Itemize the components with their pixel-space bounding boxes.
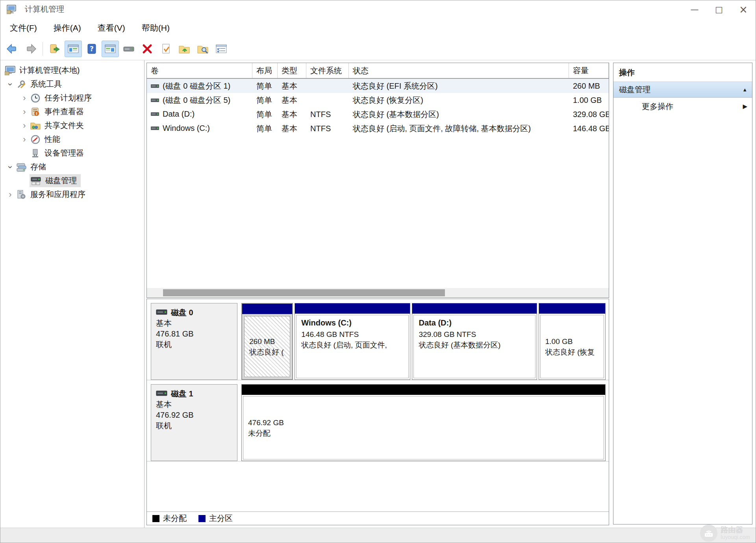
back-icon[interactable] <box>4 41 21 57</box>
tree-item-device-manager[interactable]: › 设备管理器 <box>0 146 144 160</box>
menu-file[interactable]: 文件(F) <box>4 20 43 36</box>
partition-color-bar <box>295 303 410 314</box>
tree-label: 系统工具 <box>30 79 62 89</box>
chevron-collapsed-icon[interactable]: › <box>19 94 30 102</box>
menu-help[interactable]: 帮助(H) <box>136 20 175 36</box>
legend-unallocated-swatch <box>152 515 159 522</box>
disk-icon <box>156 307 168 318</box>
volume-name: (磁盘 0 磁盘分区 5) <box>163 96 230 104</box>
volume-capacity: 260 MB <box>569 82 609 91</box>
partition-unallocated[interactable]: 476.92 GB 未分配 <box>241 384 606 461</box>
tree-item-performance[interactable]: › 性能 <box>0 132 144 146</box>
tree-item-storage[interactable]: › 存储 <box>0 160 144 174</box>
tree-label: 性能 <box>44 134 60 145</box>
volume-type: 基本 <box>278 109 306 120</box>
toolbar: ? <box>0 38 756 60</box>
volume-capacity: 146.48 GB <box>569 124 609 133</box>
volume-name: (磁盘 0 磁盘分区 1) <box>163 82 230 90</box>
tree-item-task-scheduler[interactable]: › 任务计划程序 <box>0 91 144 105</box>
partition-windows-c[interactable]: Windows (C:) 146.48 GB NTFS 状态良好 (启动, 页面… <box>295 303 410 380</box>
tree-item-event-viewer[interactable]: › 事件查看器 <box>0 105 144 119</box>
chevron-collapsed-icon[interactable]: › <box>5 190 15 199</box>
close-button[interactable]: × <box>731 0 756 18</box>
actions-group-disk-management[interactable]: 磁盘管理 ▲ <box>613 82 752 98</box>
tree-label: 磁盘管理 <box>45 175 77 186</box>
tree-item-disk-management[interactable]: › 磁盘管理 <box>0 174 144 188</box>
collapse-arrow-icon[interactable]: ▲ <box>742 87 747 93</box>
menu-action[interactable]: 操作(A) <box>48 20 87 36</box>
disk0-label-box[interactable]: 磁盘 0 基本 476.81 GB 联机 <box>151 303 237 380</box>
more-actions-item[interactable]: 更多操作 ▶ <box>613 98 752 115</box>
tree-item-shared-folders[interactable]: › 共享文件夹 <box>0 119 144 132</box>
column-header-layout[interactable]: 布局 <box>252 63 278 78</box>
volume-row[interactable]: (磁盘 0 磁盘分区 1) 简单 基本 状态良好 (EFI 系统分区) 260 … <box>147 79 609 93</box>
horizontal-scrollbar[interactable] <box>147 288 609 298</box>
column-header-filesystem[interactable]: 文件系统 <box>306 63 349 78</box>
tree-label: 任务计划程序 <box>44 93 92 103</box>
volume-layout: 简单 <box>252 95 278 106</box>
column-header-status[interactable]: 状态 <box>349 63 569 78</box>
forward-icon[interactable] <box>22 41 39 57</box>
performance-icon <box>30 134 41 145</box>
partition-efi[interactable]: 260 MB 状态良好 ( <box>241 303 293 380</box>
chevron-collapsed-icon[interactable]: › <box>19 108 30 116</box>
column-header-type[interactable]: 类型 <box>278 63 306 78</box>
partition-title: Data (D:) <box>419 318 530 328</box>
partition-status: 未分配 <box>248 428 599 439</box>
maximize-button[interactable]: □ <box>707 0 731 18</box>
disk-name: 磁盘 0 <box>171 307 193 318</box>
volume-row[interactable]: Data (D:) 简单 基本 NTFS 状态良好 (基本数据分区) 329.0… <box>147 107 609 121</box>
watermark-domain: luyouqi.com <box>721 534 750 540</box>
volume-icon <box>151 124 159 133</box>
router-logo-icon <box>700 524 717 542</box>
watermark: 路由器 luyouqi.com <box>700 524 750 542</box>
disk-properties-icon[interactable] <box>120 41 137 57</box>
verify-disk-icon[interactable] <box>157 41 174 57</box>
help-icon[interactable]: ? <box>83 41 100 57</box>
computer-management-window: 计算机管理 — □ × 文件(F) 操作(A) 查看(V) 帮助(H) ? <box>0 0 756 543</box>
task-checklist-icon[interactable] <box>213 41 230 57</box>
device-manager-icon <box>30 148 41 158</box>
open-folder-up-icon[interactable] <box>176 41 193 57</box>
export-list-icon[interactable] <box>46 41 63 57</box>
storage-icon <box>15 162 27 172</box>
volume-row[interactable]: Windows (C:) 简单 基本 NTFS 状态良好 (启动, 页面文件, … <box>147 121 609 136</box>
tree-label: 事件查看器 <box>44 106 84 117</box>
chevron-expanded-icon[interactable]: › <box>6 79 15 89</box>
selected-tree-item: 磁盘管理 <box>30 174 81 187</box>
volume-status: 状态良好 (恢复分区) <box>349 95 569 106</box>
chevron-expanded-icon[interactable]: › <box>6 162 15 172</box>
tree-item-services-applications[interactable]: › 服务和应用程序 <box>0 188 144 201</box>
actions-group-label: 磁盘管理 <box>619 84 650 95</box>
menu-view[interactable]: 查看(V) <box>92 20 131 36</box>
volume-layout: 简单 <box>252 81 278 91</box>
disk-management-view: 卷 布局 类型 文件系统 状态 容量 (磁盘 0 磁盘分区 1) 简单 基本 状… <box>145 60 611 528</box>
show-action-pane-icon[interactable] <box>102 41 119 57</box>
partition-data-d[interactable]: Data (D:) 329.08 GB NTFS 状态良好 (基本数据分区) <box>412 303 537 380</box>
tree-label: 计算机管理(本地) <box>19 65 80 76</box>
partition-color-bar <box>242 385 605 395</box>
volume-name: Windows (C:) <box>163 124 210 132</box>
volume-row[interactable]: (磁盘 0 磁盘分区 5) 简单 基本 状态良好 (恢复分区) 1.00 GB <box>147 93 609 107</box>
minimize-button[interactable]: — <box>682 0 707 18</box>
chevron-collapsed-icon[interactable]: › <box>19 121 30 130</box>
partition-recovery[interactable]: 1.00 GB 状态良好 (恢复 <box>539 303 606 380</box>
show-console-tree-icon[interactable] <box>65 41 82 57</box>
volume-list-header: 卷 布局 类型 文件系统 状态 容量 <box>147 63 609 79</box>
disk-size: 476.92 GB <box>156 410 232 420</box>
disk-size: 476.81 GB <box>156 329 232 339</box>
volume-layout: 简单 <box>252 123 278 134</box>
scrollbar-thumb[interactable] <box>163 289 445 296</box>
watermark-name: 路由器 <box>721 526 750 534</box>
delete-icon[interactable] <box>139 41 156 57</box>
column-header-capacity[interactable]: 容量 <box>569 63 609 78</box>
volume-status: 状态良好 (EFI 系统分区) <box>349 81 569 91</box>
tree-label: 服务和应用程序 <box>30 189 85 200</box>
tree-item-computer-management[interactable]: 计算机管理(本地) <box>0 63 144 77</box>
chevron-collapsed-icon[interactable]: › <box>19 135 30 144</box>
disk1-label-box[interactable]: 磁盘 1 基本 476.92 GB 联机 <box>151 384 237 461</box>
search-folder-icon[interactable] <box>194 41 211 57</box>
column-header-volume[interactable]: 卷 <box>147 63 252 78</box>
tree-item-system-tools[interactable]: › 系统工具 <box>0 77 144 91</box>
disk-management-icon <box>30 176 42 186</box>
